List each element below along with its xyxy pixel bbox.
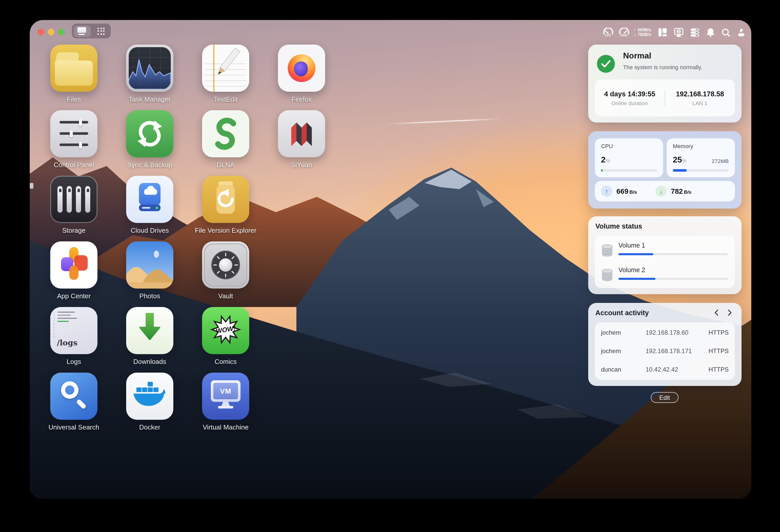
app-comics[interactable]: WOW! Comics — [190, 307, 261, 365]
vault-icon — [202, 242, 249, 288]
remote-access-button[interactable] — [674, 28, 684, 37]
app-logs[interactable]: 123456789 /logs Logs — [38, 307, 110, 365]
activity-row[interactable]: jochem 192.168.178.171 HTTPS — [595, 346, 735, 356]
app-grid-view-button[interactable] — [91, 23, 111, 39]
app-app-center[interactable]: App Center — [38, 242, 110, 300]
widgets-toggle-button[interactable] — [658, 28, 667, 37]
disk-icon — [601, 269, 613, 282]
app-label: Vault — [190, 292, 261, 300]
grid-icon — [97, 28, 105, 35]
widgets-icon — [658, 28, 667, 37]
universal-search-icon — [50, 373, 97, 420]
search-icon — [722, 28, 730, 37]
lan-ip-label: LAN 1 — [665, 100, 735, 106]
close-button[interactable] — [37, 29, 44, 35]
upload-unit: B/s — [630, 188, 637, 195]
app-storage[interactable]: Storage — [38, 176, 110, 234]
app-control-panel[interactable]: Control Panel — [38, 110, 110, 169]
app-file-version-explorer[interactable]: File Version Explorer — [190, 176, 261, 234]
cpu-unit: % — [605, 158, 610, 163]
account-button[interactable] — [737, 28, 746, 37]
app-firefox[interactable]: Firefox — [265, 45, 337, 103]
activity-next-button[interactable] — [726, 309, 734, 317]
app-label: Sync & Backup — [114, 161, 186, 169]
app-files[interactable]: Files — [38, 45, 110, 103]
app-downloads[interactable]: Downloads — [114, 307, 186, 365]
activity-row[interactable]: jochem 192.168.178.60 HTTPS — [595, 327, 735, 338]
volume-card-title: Volume status — [595, 222, 642, 230]
cloud-drives-icon — [126, 176, 173, 223]
memory-progress-track — [673, 169, 729, 171]
search-button[interactable] — [722, 28, 730, 37]
system-tray: CPU RAM ↑669B/s ↓782B/s — [598, 24, 746, 41]
app-cloud-drives[interactable]: Cloud Drives — [114, 176, 186, 234]
monitor-icon — [77, 27, 86, 35]
storage-icon — [50, 176, 97, 223]
mountain-hut — [30, 183, 33, 189]
bell-icon — [706, 28, 715, 37]
app-dlna[interactable]: DLNA — [190, 110, 261, 169]
network-throughput-panel: ↑ 669 B/s ↓ 782 B/s — [595, 181, 735, 201]
download-stat: ↓ 782 B/s — [637, 185, 691, 197]
task-manager-icon — [126, 45, 173, 92]
notifications-button[interactable] — [706, 28, 715, 37]
activity-prev-button[interactable] — [712, 309, 721, 317]
account-activity-card: Account activity jochem 192.168.178.60 H… — [588, 303, 741, 386]
tray-download-speed: 782B/s — [638, 32, 651, 37]
memory-progress-fill — [673, 169, 687, 171]
download-arrow-icon: ↓ — [655, 185, 667, 197]
system-status-card: Normal The system is running normally. 4… — [588, 45, 741, 122]
app-label: Downloads — [114, 358, 186, 365]
app-label: SiYuan — [265, 161, 337, 169]
cpu-monitor-button[interactable]: CPU — [602, 28, 614, 37]
activity-ip: 192.168.178.171 — [646, 348, 692, 355]
chevron-left-icon — [714, 310, 719, 316]
minimize-button[interactable] — [47, 29, 54, 35]
network-speed-indicator[interactable]: ↑669B/s ↓782B/s — [634, 28, 651, 37]
status-stats-panel: 4 days 14:39:55 Online duration 192.168.… — [595, 79, 735, 116]
upload-value: 669 — [617, 187, 628, 195]
download-unit: B/s — [684, 188, 691, 195]
desktop-view-button[interactable] — [72, 23, 91, 39]
zoom-button[interactable] — [58, 29, 64, 35]
app-docker[interactable]: Docker — [114, 373, 186, 431]
activity-user: jochem — [601, 348, 621, 355]
app-label: Logs — [38, 358, 110, 365]
lan-ip-stat: 192.168.178.58 LAN 1 — [665, 90, 735, 106]
server-status-button[interactable] — [690, 28, 699, 37]
view-switcher — [72, 23, 111, 39]
server-stack-icon — [690, 28, 699, 37]
upload-arrow-icon: ↑ — [634, 28, 638, 32]
memory-usage-panel: Memory 25% 272MB — [667, 139, 735, 177]
status-ok-icon — [597, 55, 615, 73]
app-label: Cloud Drives — [114, 226, 186, 234]
activity-row[interactable]: duncan 10.42.42.42 HTTPS — [595, 364, 735, 375]
app-virtual-machine[interactable]: VM Virtual Machine — [190, 373, 261, 431]
app-label: Files — [38, 95, 110, 103]
app-textedit[interactable]: TextEdit — [190, 45, 261, 103]
app-label: Universal Search — [38, 423, 110, 431]
comics-icon: WOW! — [202, 307, 249, 354]
uptime-stat: 4 days 14:39:55 Online duration — [595, 90, 665, 106]
app-task-manager[interactable]: Task Manager — [114, 45, 186, 103]
activity-user: duncan — [601, 366, 621, 373]
app-sync-backup[interactable]: Sync & Backup — [114, 110, 186, 169]
activity-table: jochem 192.168.178.60 HTTPS jochem 192.1… — [595, 322, 735, 380]
ram-monitor-button[interactable]: RAM — [618, 28, 630, 37]
volume-progress-track — [619, 278, 728, 280]
app-photos[interactable]: Photos — [114, 242, 186, 300]
app-siyuan[interactable]: SiYuan — [265, 110, 337, 169]
activity-user: jochem — [601, 329, 621, 336]
volume-row[interactable]: Volume 2 — [595, 265, 735, 288]
activity-ip: 10.42.42.42 — [646, 366, 678, 373]
edit-widgets-button[interactable]: Edit — [651, 392, 678, 403]
siyuan-icon — [278, 110, 325, 157]
cpu-progress-track — [601, 169, 657, 171]
memory-label: Memory — [673, 143, 693, 149]
app-label: Photos — [114, 292, 186, 300]
activity-protocol: HTTPS — [709, 366, 729, 373]
volume-row[interactable]: Volume 1 — [595, 241, 735, 263]
app-universal-search[interactable]: Universal Search — [38, 373, 110, 431]
download-arrow-icon: ↓ — [634, 32, 638, 37]
app-vault[interactable]: Vault — [190, 242, 261, 300]
